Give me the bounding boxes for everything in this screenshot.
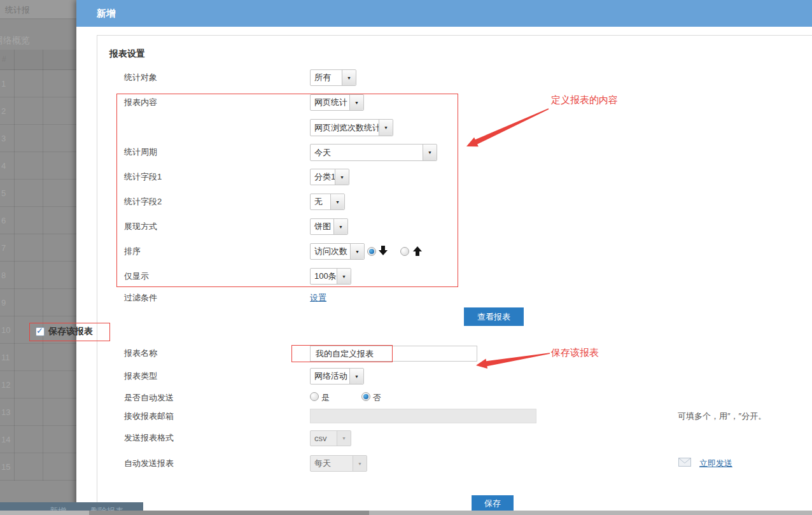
stat-period-label: 统计周期 [124,146,157,158]
dropdown-arrow-icon[interactable] [330,194,344,209]
display-mode-value: 饼图 [311,219,333,234]
auto-send-yes-label: 是 [321,392,330,404]
background-table-row: 8 [0,262,76,289]
background-row-number: 14 [1,435,10,444]
new-report-dialog: 新增 [76,0,812,511]
report-type-label: 报表类型 [124,370,157,382]
annotation-define-content-text: 定义报表的内容 [551,94,618,106]
filter-label: 过滤条件 [124,292,157,304]
dropdown-arrow-icon[interactable] [335,169,349,185]
background-table-row: 4 [0,152,76,180]
stat-object-select[interactable]: 所有 [310,69,356,86]
horizontal-scrollbar[interactable] [0,511,812,515]
email-hint-text: 可填多个，用″，″分开。 [678,411,766,422]
background-row-number: 7 [1,243,6,253]
report-content-value: 网页统计 [311,95,349,110]
background-table-row: 15 [0,453,76,481]
dropdown-arrow-icon[interactable] [349,369,363,384]
background-table-row: 5 [0,180,76,207]
sort-label: 排序 [124,246,141,257]
report-content-label: 报表内容 [124,97,157,108]
auto-send-schedule-value: 每天 [311,456,353,471]
dropdown-arrow-icon[interactable] [342,70,356,85]
sort-asc-arrow-icon [413,246,422,256]
save-report-checkbox[interactable] [36,327,45,336]
auto-send-schedule-label: 自动发送报表 [124,458,174,469]
background-table-row: 1 [0,70,76,97]
report-type-select[interactable]: 网络活动 [310,368,364,384]
mail-icon [678,458,691,467]
stat-field2-select[interactable]: 无 [310,194,345,210]
stat-field2-label: 统计字段2 [124,196,162,208]
auto-send-no-radio[interactable] [361,392,370,401]
filter-settings-link[interactable]: 设置 [310,292,326,304]
background-table-row: 13 [0,399,76,426]
auto-send-yes-radio[interactable] [310,392,319,401]
background-row-number: 8 [1,271,6,280]
dropdown-arrow-icon[interactable] [349,95,363,110]
background-table-divider [43,50,43,481]
background-table-row: 7 [0,234,76,262]
stat-field1-value: 分类1 [311,169,335,185]
sort-value: 访问次数 [311,244,350,259]
view-report-button[interactable]: 查看报表 [464,307,524,326]
sort-select[interactable]: 访问次数 [310,243,365,260]
background-table-row: 3 [0,125,76,152]
display-mode-select[interactable]: 饼图 [310,218,348,235]
background-row-number: 5 [1,188,6,198]
stat-field1-label: 统计字段1 [124,171,162,183]
background-table-row: 9 [0,289,76,316]
save-report-checkbox-label: 保存该报表 [48,326,93,337]
limit-select[interactable]: 100条 [310,268,351,285]
send-format-label: 发送报表格式 [124,432,174,444]
background-row-number: 12 [1,380,10,390]
dialog-body-panel [97,35,812,511]
dropdown-arrow-icon[interactable] [333,219,347,234]
save-button[interactable]: 保存 [472,495,514,511]
background-table-row: 12 [0,371,76,399]
dialog-header: 新增 [76,0,812,27]
stat-object-label: 统计对象 [124,72,157,83]
report-subcontent-select[interactable]: 网页浏览次数统计 [310,119,393,136]
auto-send-schedule-select: 每天 [310,455,367,472]
stat-period-select[interactable]: 今天 [310,144,437,161]
dropdown-arrow-icon[interactable] [350,244,364,259]
stat-field1-select[interactable]: 分类1 [310,169,349,185]
background-table-row: 6 [0,207,76,234]
report-name-label: 报表名称 [124,348,157,359]
section-title: 报表设置 [109,48,145,60]
dropdown-arrow-icon [337,431,351,446]
stat-period-value: 今天 [311,145,423,160]
dropdown-arrow-icon[interactable] [423,145,437,160]
dropdown-arrow-icon [353,456,367,471]
auto-send-no-label: 否 [373,392,381,404]
background-table-row: 14 [0,426,76,453]
dialog-title: 新增 [97,8,116,20]
sort-asc-radio[interactable] [400,247,409,256]
screen: 统计报 网络概览 # 123456789101112131415 新增 删除报表… [0,0,812,515]
limit-value: 100条 [311,269,337,284]
report-content-select[interactable]: 网页统计 [310,94,364,111]
background-nav-title: 统计报 [5,4,30,16]
report-type-value: 网络活动 [311,369,349,384]
limit-label: 仅显示 [124,271,149,282]
report-name-input[interactable] [310,346,477,362]
recipient-email-label: 接收报表邮箱 [124,411,174,422]
send-now-link[interactable]: 立即发送 [699,458,732,469]
horizontal-scrollbar-thumb[interactable] [89,511,369,515]
background-row-number: 9 [1,298,6,307]
annotation-save-report-text: 保存该报表 [551,347,599,359]
background-row-number: 15 [1,462,10,472]
background-row-number: 1 [1,79,6,88]
background-row-number: 6 [1,216,6,225]
auto-send-label: 是否自动发送 [124,392,174,404]
recipient-email-input[interactable] [310,409,536,423]
sort-desc-radio[interactable] [367,247,376,256]
background-table-header: # [0,50,76,70]
send-format-select: csv [310,430,351,446]
dropdown-arrow-icon[interactable] [379,120,393,136]
background-table-rows: 123456789101112131415 [0,70,76,481]
dropdown-arrow-icon[interactable] [337,269,351,284]
report-subcontent-value: 网页浏览次数统计 [311,120,379,136]
background-table-divider [14,50,15,481]
